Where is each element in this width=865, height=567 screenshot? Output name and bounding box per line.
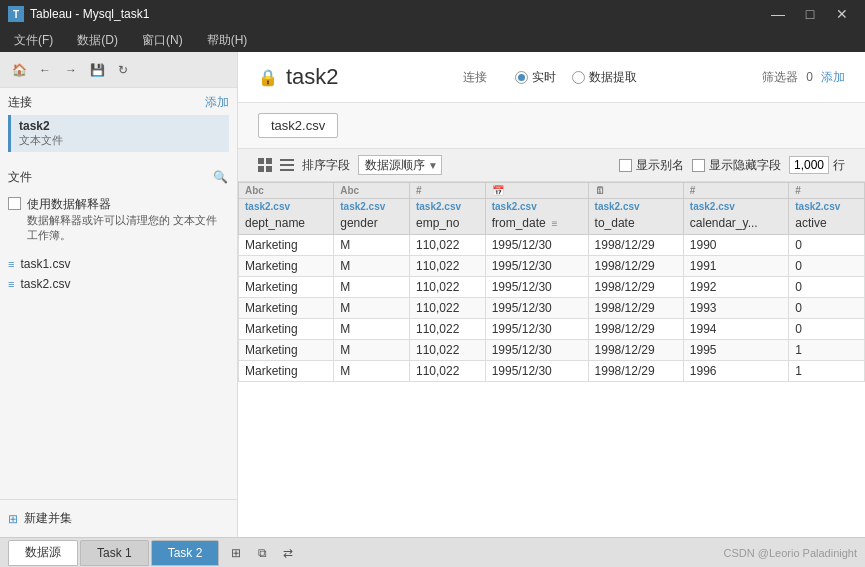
type-badge-calendar_y: # (690, 185, 696, 196)
svg-rect-3 (266, 166, 272, 172)
table-cell: 1 (789, 361, 865, 382)
save-button[interactable]: 💾 (86, 59, 108, 81)
use-interpreter-checkbox[interactable] (8, 197, 21, 210)
swap-sheet-icon[interactable]: ⇄ (277, 542, 299, 564)
radio-realtime[interactable]: 实时 (515, 69, 556, 86)
file-item-task2[interactable]: ≡ task2.csv (8, 274, 229, 294)
tab-task2[interactable]: Task 2 (151, 540, 220, 566)
maximize-button[interactable]: □ (795, 0, 825, 28)
row-count-input[interactable] (789, 156, 829, 174)
col-name-from_date: from_date ≡ (486, 214, 588, 234)
col-source-gender: task2.csv (334, 199, 409, 214)
file-icon-2: ≡ (8, 278, 14, 290)
col-top-active: # (789, 183, 864, 199)
connection-name: task2 (19, 119, 221, 133)
col-name-dept_name: dept_name (239, 214, 333, 234)
table-cell: 1998/12/29 (588, 340, 683, 361)
content-header: 🔒 task2 连接 实时 数据提取 筛选器 0 (238, 52, 865, 103)
col-header-gender[interactable]: Abc task2.csv gender (334, 183, 410, 235)
file-name-task2: task2.csv (20, 277, 70, 291)
col-header-dept_name[interactable]: Abc task2.csv dept_name (239, 183, 334, 235)
menubar: 文件(F) 数据(D) 窗口(N) 帮助(H) (0, 28, 865, 52)
table-row[interactable]: MarketingM110,0221995/12/301998/12/29199… (239, 361, 865, 382)
use-interpreter-section: 使用数据解释器 数据解释器或许可以清理您的 文本文件 工作簿。 (8, 192, 229, 248)
datasource-name[interactable]: task2 (286, 64, 339, 90)
connection-type: 文本文件 (19, 133, 221, 148)
table-row[interactable]: MarketingM110,0221995/12/301998/12/29199… (239, 340, 865, 361)
show-hidden-checkbox[interactable] (692, 159, 705, 172)
add-connection-link[interactable]: 添加 (205, 94, 229, 111)
table-cell: Marketing (239, 256, 334, 277)
sort-select[interactable]: 数据源顺序 (358, 155, 442, 175)
duplicate-sheet-icon[interactable]: ⧉ (251, 542, 273, 564)
row-label: 行 (833, 157, 845, 174)
table-cell: 1998/12/29 (588, 361, 683, 382)
menu-window[interactable]: 窗口(N) (136, 30, 189, 51)
show-hidden-toggle[interactable]: 显示隐藏字段 (692, 157, 781, 174)
col-top-from_date: 📅 (486, 183, 588, 199)
table-row[interactable]: MarketingM110,0221995/12/301998/12/29199… (239, 298, 865, 319)
col-header-to_date[interactable]: 🗓 task2.csv to_date (588, 183, 683, 235)
filter-icon-from_date[interactable]: ≡ (552, 218, 558, 229)
svg-rect-6 (280, 169, 294, 171)
back-button[interactable]: ← (34, 59, 56, 81)
titlebar-controls[interactable]: — □ ✕ (763, 0, 857, 28)
show-alias-toggle[interactable]: 显示别名 (619, 157, 684, 174)
search-icon[interactable]: 🔍 (211, 168, 229, 186)
menu-data[interactable]: 数据(D) (71, 30, 124, 51)
table-cell: Marketing (239, 298, 334, 319)
connection-label: 连接 (463, 69, 487, 86)
col-header-active[interactable]: # task2.csv active (789, 183, 865, 235)
show-alias-checkbox[interactable] (619, 159, 632, 172)
close-button[interactable]: ✕ (827, 0, 857, 28)
col-top-emp_no: # (410, 183, 485, 199)
table-cell: Marketing (239, 340, 334, 361)
radio-extract[interactable]: 数据提取 (572, 69, 637, 86)
table-cell: 0 (789, 256, 865, 277)
table-cell: 1993 (683, 298, 788, 319)
col-source-active: task2.csv (789, 199, 864, 214)
tab-task1[interactable]: Task 1 (80, 540, 149, 566)
menu-file[interactable]: 文件(F) (8, 30, 59, 51)
col-header-calendar_y[interactable]: # task2.csv calendar_y... (683, 183, 788, 235)
minimize-button[interactable]: — (763, 0, 793, 28)
forward-button[interactable]: → (60, 59, 82, 81)
radio-extract-label: 数据提取 (589, 69, 637, 86)
table-cell: M (334, 256, 410, 277)
table-row[interactable]: MarketingM110,0221995/12/301998/12/29199… (239, 277, 865, 298)
use-interpreter-desc: 数据解释器或许可以清理您的 文本文件 工作簿。 (27, 214, 217, 241)
union-label: 新建并集 (24, 510, 72, 527)
new-union-item[interactable]: ⊞ 新建并集 (8, 506, 229, 531)
main-layout: 🏠 ← → 💾 ↻ 连接 添加 task2 文本文件 文件 🔍 (0, 52, 865, 537)
col-header-emp_no[interactable]: # task2.csv emp_no (409, 183, 485, 235)
table-cell: Marketing (239, 235, 334, 256)
table-row[interactable]: MarketingM110,0221995/12/301998/12/29199… (239, 235, 865, 256)
col-source-calendar_y: task2.csv (684, 199, 788, 214)
file-item-task1[interactable]: ≡ task1.csv (8, 254, 229, 274)
table-cell: M (334, 361, 410, 382)
show-alias-label: 显示别名 (636, 157, 684, 174)
connection-item-task2[interactable]: task2 文本文件 (8, 115, 229, 152)
home-button[interactable]: 🏠 (8, 59, 30, 81)
col-header-from_date[interactable]: 📅 task2.csv from_date ≡ (485, 183, 588, 235)
refresh-button[interactable]: ↻ (112, 59, 134, 81)
app-icon: T (8, 6, 24, 22)
sheet-file-item[interactable]: task2.csv (258, 113, 338, 138)
menu-help[interactable]: 帮助(H) (201, 30, 254, 51)
data-table-wrapper[interactable]: Abc task2.csv dept_name Abc task2.csv ge… (238, 182, 865, 537)
type-badge-from_date: 📅 (492, 185, 504, 196)
table-cell: M (334, 298, 410, 319)
row-count-section: 行 (789, 156, 845, 174)
tab-datasource[interactable]: 数据源 (8, 540, 78, 566)
table-row[interactable]: MarketingM110,0221995/12/301998/12/29199… (239, 319, 865, 340)
file-name-task1: task1.csv (20, 257, 70, 271)
table-cell: M (334, 235, 410, 256)
add-sheet-icon[interactable]: ⊞ (225, 542, 247, 564)
filter-label: 筛选器 (762, 69, 798, 86)
table-cell: 1998/12/29 (588, 298, 683, 319)
table-cell: 1998/12/29 (588, 319, 683, 340)
table-row[interactable]: MarketingM110,0221995/12/301998/12/29199… (239, 256, 865, 277)
filter-add-link[interactable]: 添加 (821, 69, 845, 86)
table-cell: 1998/12/29 (588, 277, 683, 298)
bottom-icons: ⊞ ⧉ ⇄ (225, 542, 299, 564)
